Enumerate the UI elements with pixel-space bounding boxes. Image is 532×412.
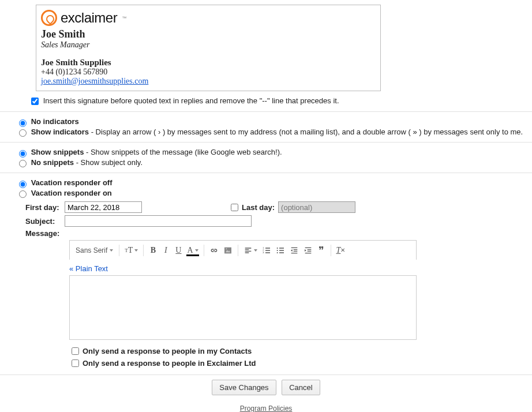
signature-name: Joe Smith (41, 28, 376, 40)
signature-email[interactable]: joe.smith@joesmithsupplies.com (41, 77, 148, 85)
image-button[interactable] (222, 244, 234, 257)
show-indicators-radio[interactable] (19, 129, 27, 137)
chevron-down-icon (110, 249, 113, 252)
chevron-down-icon (134, 249, 138, 252)
insert-before-text: Insert this signature before quoted text… (43, 96, 339, 105)
svg-text:3: 3 (263, 251, 264, 254)
insert-before-checkbox-label[interactable]: Insert this signature before quoted text… (29, 96, 339, 105)
link-button[interactable] (208, 244, 220, 257)
bold-button[interactable]: B (147, 244, 159, 257)
program-policies-link[interactable]: Program Policies (240, 404, 293, 412)
indent-more-icon (304, 246, 313, 255)
no-indicators-radio[interactable] (19, 119, 27, 127)
message-body[interactable] (69, 275, 417, 340)
no-snippets-desc: - Show subject only. (74, 158, 143, 167)
contacts-only-label: Only send a response to people in my Con… (83, 347, 252, 355)
show-snippets-radio[interactable] (19, 150, 27, 158)
link-icon (209, 246, 219, 255)
save-changes-button[interactable]: Save Changes (212, 380, 276, 395)
logo-tm: ™ (122, 16, 126, 21)
exclaimer-icon (41, 10, 57, 26)
last-day-input (278, 201, 355, 213)
first-day-label: First day: (25, 203, 65, 212)
signature-company: Joe Smith Supplies (41, 58, 376, 68)
svg-point-8 (276, 252, 278, 253)
contacts-only-checkbox[interactable] (72, 347, 79, 355)
signature-phone: +44 (0)1234 567890 (41, 68, 376, 77)
signature-logo: exclaimer ™ (41, 10, 376, 26)
bullet-list-button[interactable] (274, 244, 287, 257)
numbered-list-icon: 123 (262, 246, 271, 255)
org-only-label: Only send a response to people in Exclai… (83, 359, 256, 368)
vacation-on-label[interactable]: Vacation responder on (16, 189, 112, 197)
indent-less-icon (290, 246, 299, 255)
indent-less-button[interactable] (288, 244, 301, 257)
footer: Program Policies Powered by Google™ (0, 400, 532, 412)
svg-point-6 (276, 248, 278, 249)
no-snippets-text: No snippets (31, 158, 74, 167)
indent-more-button[interactable] (302, 244, 314, 257)
svg-marker-9 (291, 249, 293, 252)
show-indicators-desc: - Display an arrow ( › ) by messages sen… (89, 128, 523, 136)
vacation-on-text: Vacation responder on (31, 189, 112, 197)
quote-button[interactable]: ❞ (316, 244, 327, 257)
no-snippets-label[interactable]: No snippets - Show subject only. (16, 158, 143, 167)
no-snippets-radio[interactable] (19, 160, 27, 167)
vacation-off-text: Vacation responder off (31, 178, 113, 187)
vacation-on-radio[interactable] (19, 190, 27, 198)
last-day-checkbox[interactable] (231, 204, 238, 211)
no-indicators-label[interactable]: No indicators (16, 117, 79, 126)
insert-before-checkbox[interactable] (31, 98, 39, 105)
first-day-input[interactable] (65, 201, 142, 213)
vacation-off-radio[interactable] (19, 181, 27, 188)
no-indicators-text: No indicators (31, 117, 79, 126)
show-indicators-label[interactable]: Show indicators - Display an arrow ( › )… (16, 128, 523, 136)
svg-rect-0 (224, 248, 231, 254)
logo-word: exclaimer (61, 10, 117, 26)
signature-editor[interactable]: exclaimer ™ Joe Smith Sales Manager Joe … (36, 5, 381, 91)
svg-point-2 (226, 248, 227, 249)
italic-button[interactable]: I (160, 244, 171, 257)
subject-input[interactable] (65, 215, 252, 227)
org-only-checkbox[interactable] (72, 359, 79, 367)
align-left-icon (243, 246, 253, 255)
last-day-label: Last day: (242, 203, 275, 212)
text-color-button[interactable]: A (185, 244, 200, 257)
editor-toolbar: Sans Serif TT B I U A (69, 240, 417, 260)
show-snippets-desc: - Show snippets of the message (like Goo… (84, 148, 282, 156)
show-snippets-label[interactable]: Show snippets - Show snippets of the mes… (16, 148, 282, 156)
subject-label: Subject: (25, 217, 65, 226)
svg-marker-10 (305, 249, 306, 252)
chevron-down-icon (195, 249, 198, 252)
show-indicators-text: Show indicators (31, 128, 89, 136)
signature-title: Sales Manager (41, 40, 376, 50)
font-name: Sans Serif (76, 246, 107, 254)
underline-button[interactable]: U (173, 244, 184, 257)
message-label: Message: (25, 229, 65, 238)
remove-format-button[interactable]: T✕ (335, 244, 347, 257)
cancel-button[interactable]: Cancel (282, 380, 320, 395)
bullet-list-icon (276, 246, 285, 255)
image-icon (223, 246, 233, 255)
chevron-down-icon (254, 249, 257, 252)
font-size-button[interactable]: TT (123, 244, 140, 257)
numbered-list-button[interactable]: 123 (260, 244, 273, 257)
align-button[interactable] (242, 244, 259, 257)
show-snippets-text: Show snippets (31, 148, 84, 156)
font-family-select[interactable]: Sans Serif (73, 246, 115, 254)
plain-text-link[interactable]: « Plain Text (69, 264, 417, 273)
vacation-off-label[interactable]: Vacation responder off (16, 178, 113, 187)
svg-point-7 (276, 250, 278, 251)
